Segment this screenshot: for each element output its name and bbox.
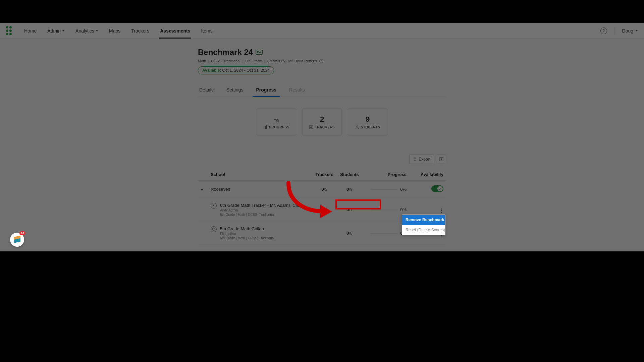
top-nav: Home Admin Analytics Maps Trackers Asses… bbox=[0, 23, 644, 39]
tracker-name[interactable]: 5th Grade Math Collab bbox=[220, 226, 275, 231]
tracker-icon: A bbox=[309, 125, 313, 129]
tabs: Details Settings Progress Results bbox=[198, 84, 446, 97]
page-title: Benchmark 24 bbox=[198, 48, 253, 57]
export-icon bbox=[413, 157, 417, 161]
menu-remove-benchmark[interactable]: Remove Benchmark bbox=[402, 215, 445, 225]
tab-details[interactable]: Details bbox=[198, 84, 215, 97]
stat-trackers: 2 A TRACKERS bbox=[302, 108, 342, 136]
help-widget[interactable]: 14 bbox=[10, 233, 24, 247]
ea-badge: EA bbox=[256, 50, 263, 55]
stat-progress-denom: /9 bbox=[276, 118, 279, 123]
chevron-down-icon bbox=[62, 30, 65, 32]
download-button[interactable] bbox=[437, 155, 446, 164]
meta-created-by: Mr. Doug Roberts bbox=[288, 59, 317, 63]
widget-badge: 14 bbox=[19, 231, 25, 235]
progress-bar bbox=[371, 233, 397, 234]
tracker-students-den: /8 bbox=[349, 231, 353, 236]
nav-items[interactable]: Items bbox=[201, 23, 213, 38]
stat-trackers-value: 2 bbox=[320, 115, 324, 124]
chevron-down-icon bbox=[635, 30, 638, 32]
tracker-owner: Eli Leafton bbox=[220, 232, 275, 236]
th-availability: Availability bbox=[409, 169, 446, 181]
nav-admin[interactable]: Admin bbox=[47, 23, 65, 38]
progress-bar bbox=[371, 209, 397, 210]
meta-line: Math | CCSS: Traditional | 6th Grade | C… bbox=[198, 59, 446, 63]
svg-rect-0 bbox=[264, 127, 264, 129]
stats-row: - /9 PROGRESS 2 A TRACKERS bbox=[198, 108, 446, 136]
meta-subject: Math bbox=[198, 59, 206, 63]
school-name: Roosevelt bbox=[208, 181, 312, 198]
download-icon bbox=[439, 157, 444, 162]
svg-point-5 bbox=[357, 126, 358, 127]
stat-students-value: 9 bbox=[366, 115, 370, 124]
chevron-down-icon bbox=[96, 30, 98, 32]
info-icon[interactable]: i bbox=[319, 59, 323, 63]
tab-progress[interactable]: Progress bbox=[255, 84, 278, 97]
tracker-students-den: /1 bbox=[349, 207, 353, 212]
availability-pill: Available: Oct 1, 2024 - Oct 31, 2024 bbox=[198, 66, 274, 74]
main-content: Benchmark 24 EA Math | CCSS: Traditional… bbox=[198, 39, 446, 245]
th-trackers: Trackers bbox=[312, 169, 337, 181]
user-menu[interactable]: Doug bbox=[622, 28, 638, 34]
divider bbox=[614, 27, 615, 35]
menu-reset-scores[interactable]: Reset (Delete Scores) bbox=[402, 225, 445, 235]
bar-chart-icon bbox=[263, 125, 267, 129]
tab-results: Results bbox=[288, 84, 306, 97]
nav-home[interactable]: Home bbox=[23, 23, 37, 38]
progress-table: School Trackers Students Progress Availa… bbox=[198, 169, 446, 245]
compass-icon bbox=[211, 203, 217, 209]
logo-icon bbox=[6, 26, 14, 35]
nav-trackers[interactable]: Trackers bbox=[130, 23, 150, 38]
tracker-owner: Andy Admin bbox=[220, 208, 304, 212]
meta-grade: 6th Grade bbox=[246, 59, 262, 63]
th-students: Students bbox=[337, 169, 362, 181]
layers-icon bbox=[13, 236, 21, 243]
user-name: Doug bbox=[622, 28, 633, 34]
table-toolbar: Export bbox=[198, 155, 446, 164]
th-progress: Progress bbox=[362, 169, 409, 181]
progress-bar bbox=[371, 189, 397, 190]
availability-dates: Oct 1, 2024 - Oct 31, 2024 bbox=[222, 68, 270, 73]
svg-rect-2 bbox=[266, 125, 267, 129]
school-row[interactable]: Roosevelt 0/2 0/9 0% ✓ bbox=[198, 181, 446, 198]
row-menu: Remove Benchmark Reset (Delete Scores) bbox=[402, 215, 445, 235]
stat-progress-value: - bbox=[273, 115, 276, 124]
nav-admin-label: Admin bbox=[47, 28, 61, 34]
tracker-name[interactable]: 6th Grade Math Tracker - Mr. Adams' Clas… bbox=[220, 203, 304, 208]
row-menu-button[interactable]: Remove Benchmark Reset (Delete Scores) bbox=[440, 207, 443, 214]
school-progress: 0% bbox=[400, 187, 407, 192]
svg-text:A: A bbox=[310, 126, 312, 129]
availability-toggle[interactable]: ✓ bbox=[431, 185, 443, 192]
app-window: Home Admin Analytics Maps Trackers Asses… bbox=[0, 23, 644, 251]
nav-analytics[interactable]: Analytics bbox=[75, 23, 99, 38]
help-icon[interactable]: ? bbox=[600, 27, 607, 34]
clock-icon bbox=[211, 226, 217, 232]
nav-analytics-label: Analytics bbox=[75, 28, 94, 34]
nav-assessments[interactable]: Assessments bbox=[159, 23, 191, 38]
tab-settings[interactable]: Settings bbox=[225, 84, 245, 97]
tracker-progress: 0% bbox=[400, 207, 407, 212]
th-school: School bbox=[208, 169, 312, 181]
meta-created-by-label: Created By: bbox=[267, 59, 286, 63]
students-icon bbox=[355, 125, 359, 129]
stat-progress-label: PROGRESS bbox=[269, 125, 289, 129]
tracker-meta: 6th Grade | Math | CCSS: Traditional bbox=[220, 213, 304, 217]
stat-trackers-label: TRACKERS bbox=[315, 125, 335, 129]
svg-rect-1 bbox=[265, 126, 266, 129]
check-icon: ✓ bbox=[437, 186, 443, 191]
school-students-den: /9 bbox=[349, 187, 353, 192]
stat-students: 9 STUDENTS bbox=[348, 108, 387, 136]
stat-progress: - /9 PROGRESS bbox=[257, 108, 296, 136]
tracker-meta: 6th Grade | Math | CCSS: Traditional bbox=[220, 236, 275, 240]
export-button[interactable]: Export bbox=[409, 155, 434, 164]
meta-standard: CCSS: Traditional bbox=[211, 59, 240, 63]
nav-maps[interactable]: Maps bbox=[108, 23, 121, 38]
chevron-down-icon[interactable] bbox=[201, 189, 203, 191]
stat-students-label: STUDENTS bbox=[361, 125, 380, 129]
tracker-row: 6th Grade Math Tracker - Mr. Adams' Clas… bbox=[198, 198, 446, 222]
availability-label: Available: bbox=[202, 68, 221, 73]
school-trackers-den: /2 bbox=[324, 187, 327, 192]
export-label: Export bbox=[419, 157, 430, 162]
